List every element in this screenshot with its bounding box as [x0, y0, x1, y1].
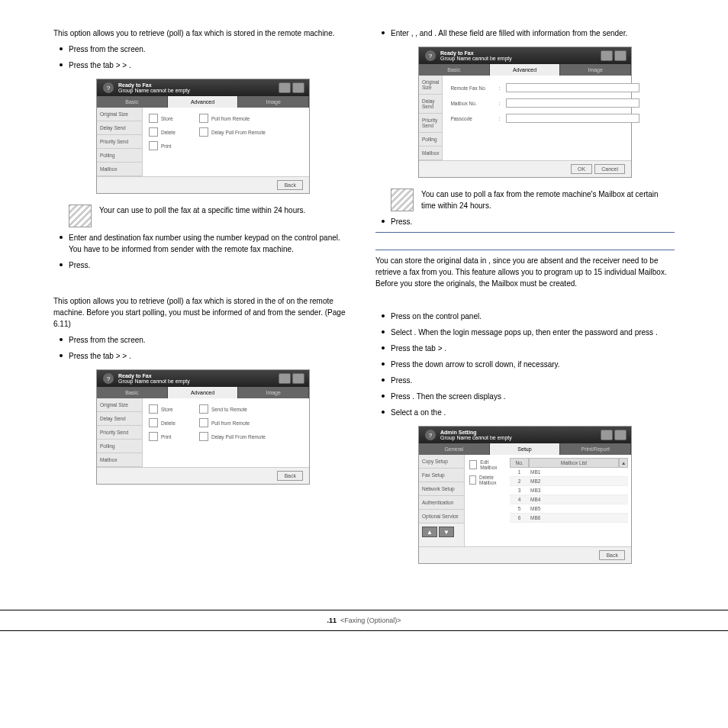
poll-remote-intro: This option allows you to retrieve (poll… [53, 27, 353, 39]
chk-print[interactable]: Print [149, 141, 195, 150]
screenshot-remote-form: ? Ready to FaxGroup Name cannot be empty… [418, 47, 632, 178]
side-priority-send[interactable]: Priority Send [97, 426, 142, 440]
page-footer: .11 <Faxing (Optional)> [0, 610, 728, 631]
tab-advanced[interactable]: Advanced [168, 96, 239, 108]
tab-basic[interactable]: Basic [97, 96, 168, 108]
header-icon[interactable] [292, 82, 304, 93]
chk-store[interactable]: Store [149, 114, 195, 123]
ok-button[interactable]: OK [571, 164, 592, 174]
table-row[interactable]: 3MB3 [510, 486, 628, 495]
tab-basic[interactable]: Basic [419, 64, 490, 76]
side-copy-setup[interactable]: Copy Setup [419, 455, 464, 469]
side-priority-send[interactable]: Priority Send [419, 114, 442, 133]
note-icon [69, 205, 92, 227]
side-delay-send[interactable]: Delay Send [97, 412, 142, 426]
label-mailbox-no: Mailbox No. [450, 101, 492, 106]
header-icon[interactable] [292, 373, 304, 384]
chk-pull-from-remote[interactable]: Pull from Remote [199, 418, 303, 427]
step-press-edit: Press . Then the screen displays . [391, 391, 675, 402]
help-icon: ? [103, 82, 114, 93]
table-row[interactable]: 4MB4 [510, 495, 628, 504]
side-optional-service[interactable]: Optional Service [419, 510, 464, 523]
label-remote-fax: Remote Fax No [450, 85, 492, 91]
input-passcode[interactable] [506, 114, 639, 123]
step-press-setup: Press the tab > . [391, 343, 675, 354]
chk-delete-mailbox[interactable]: Delete Mailbox [469, 475, 502, 485]
tab-basic[interactable]: Basic [97, 387, 168, 398]
side-network-setup[interactable]: Network Setup [419, 482, 464, 496]
side-polling[interactable]: Polling [419, 133, 442, 147]
side-original-size[interactable]: Original Size [97, 108, 142, 121]
tab-image[interactable]: Image [560, 64, 631, 76]
chk-delay-pull[interactable]: Delay Poll From Remote [199, 432, 303, 441]
label-passcode: Passcode [450, 116, 492, 121]
step-select-admin: Select . When the login message pops up,… [391, 327, 675, 338]
tab-image[interactable]: Image [238, 96, 309, 108]
header-icon[interactable] [614, 50, 627, 61]
table-row[interactable]: 6MB6 [510, 514, 628, 523]
input-mailbox-no[interactable] [506, 98, 639, 108]
side-original-size[interactable]: Original Size [97, 398, 142, 412]
chk-poll-from-remote[interactable]: Poll from Remote [199, 114, 303, 123]
side-fax-setup[interactable]: Fax Setup [419, 469, 464, 482]
header-icon[interactable] [601, 50, 613, 61]
help-icon: ? [103, 373, 114, 384]
screenshot-polling-remote: ? Ready to FaxGroup Name cannot be empty… [96, 79, 310, 194]
table-row[interactable]: 5MB5 [510, 504, 628, 514]
tab-image[interactable]: Image [238, 387, 309, 398]
tab-print-report[interactable]: Print/Report [560, 443, 631, 455]
poll-mailbox-intro: This option allows you to retrieve (poll… [53, 295, 353, 330]
right-column: Enter , , and . All these field are fill… [375, 23, 675, 572]
header-icon[interactable] [614, 430, 627, 440]
step-press-ok-2: Press. [391, 216, 675, 227]
step-enter-fields: Enter , , and . All these field are fill… [391, 27, 675, 39]
side-priority-send[interactable]: Priority Send [97, 135, 142, 149]
back-button[interactable]: Back [277, 180, 303, 190]
header-icon[interactable] [279, 373, 291, 384]
step-press-advanced-2: Press the tab > > . [69, 350, 353, 362]
side-mailbox[interactable]: Mailbox [419, 147, 442, 160]
back-button[interactable]: Back [599, 550, 625, 560]
side-mailbox[interactable]: Mailbox [97, 453, 142, 467]
note-delay-poll: Your can use to poll the fax at a specif… [69, 205, 353, 227]
table-row[interactable]: 2MB2 [510, 477, 628, 486]
section-divider [375, 232, 675, 233]
mailbox-intro: You can store the original data in , sin… [375, 255, 675, 289]
step-press-fax: Press from the screen. [69, 43, 353, 55]
header-icon[interactable] [279, 82, 291, 93]
tab-setup[interactable]: Setup [490, 443, 561, 455]
tab-general[interactable]: General [419, 443, 490, 455]
screenshot-mailbox-remote: ? Ready to FaxGroup Name cannot be empty… [96, 369, 310, 485]
chk-print[interactable]: Print [149, 432, 195, 441]
chk-edit-mailbox[interactable]: Edit Mailbox [469, 459, 502, 470]
scroll-up-icon[interactable]: ▲ [619, 458, 628, 468]
chk-delete[interactable]: Delete [149, 127, 195, 137]
cancel-button[interactable]: Cancel [594, 164, 625, 174]
chk-store[interactable]: Store [149, 404, 195, 414]
step-press-advanced: Press the tab > > . [69, 60, 353, 71]
up-arrow-icon[interactable]: ▲ [422, 527, 437, 537]
back-button[interactable]: Back [277, 471, 303, 481]
page-number: .11 [327, 617, 337, 624]
step-select-mailbox: Select a on the . [391, 407, 675, 418]
left-column: This option allows you to retrieve (poll… [53, 23, 353, 572]
side-polling[interactable]: Polling [97, 149, 142, 163]
input-remote-fax[interactable] [506, 83, 639, 92]
side-delay-send[interactable]: Delay Send [419, 95, 442, 114]
chk-delay-poll[interactable]: Delay Poll From Remote [199, 127, 303, 137]
tab-advanced[interactable]: Advanced [490, 64, 561, 76]
step-press-ok: Press. [69, 259, 353, 271]
down-arrow-icon[interactable]: ▼ [439, 527, 454, 537]
header-icon[interactable] [601, 430, 613, 440]
tab-advanced[interactable]: Advanced [168, 387, 239, 398]
side-delay-send[interactable]: Delay Send [97, 121, 142, 135]
step-enter-fax: Enter and destination fax number using t… [69, 232, 353, 255]
chk-delete[interactable]: Delete [149, 418, 195, 427]
side-authentication[interactable]: Authentication [419, 496, 464, 510]
side-mailbox[interactable]: Mailbox [97, 163, 142, 176]
note-delay-poll-mailbox: You can use to poll a fax from the remot… [391, 188, 675, 211]
table-row[interactable]: 1MB1 [510, 468, 628, 477]
side-polling[interactable]: Polling [97, 440, 142, 453]
chk-send-to-remote[interactable]: Send to Remote [199, 404, 303, 414]
side-original-size[interactable]: Original Size [419, 76, 442, 95]
